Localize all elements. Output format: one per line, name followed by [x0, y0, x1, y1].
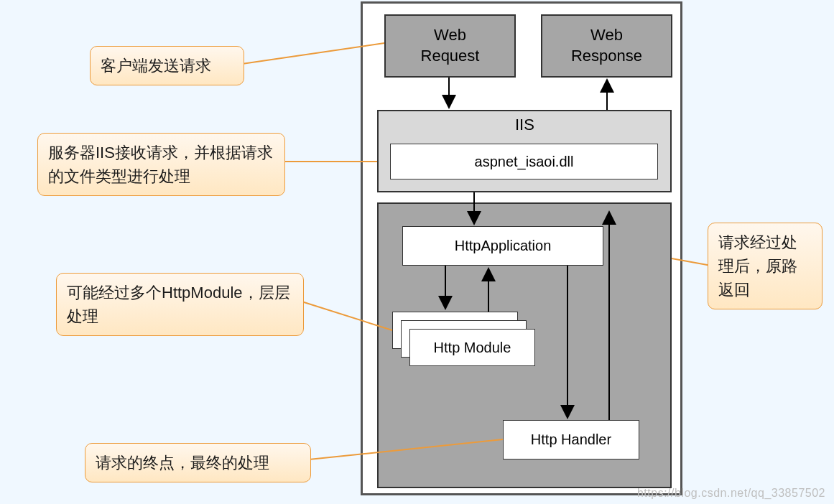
node-aspnet-dll: aspnet_isaoi.dll: [390, 144, 658, 179]
node-http-application: HttpApplication: [402, 226, 603, 266]
callout-return: 请求经过处理后，原路返回: [708, 223, 823, 309]
web-request-label: WebRequest: [421, 25, 480, 66]
diagram-canvas: WebRequest WebResponse IIS aspnet_isaoi.…: [0, 0, 834, 504]
iis-label: IIS: [515, 116, 534, 134]
callout-iis-receive: 服务器IIS接收请求，并根据请求的文件类型进行处理: [37, 133, 285, 196]
node-web-request: WebRequest: [384, 14, 516, 78]
node-web-response: WebResponse: [541, 14, 672, 78]
node-http-module: Http Module: [409, 329, 535, 366]
watermark: https://blog.csdn.net/qq_33857502: [637, 487, 825, 500]
node-http-handler: Http Handler: [503, 420, 639, 459]
web-response-label: WebResponse: [571, 25, 642, 66]
callout-httphandler: 请求的终点，最终的处理: [85, 443, 311, 482]
callout-httpmodule: 可能经过多个HttpModule，层层处理: [56, 273, 304, 336]
callout-client-send: 客户端发送请求: [90, 46, 244, 85]
